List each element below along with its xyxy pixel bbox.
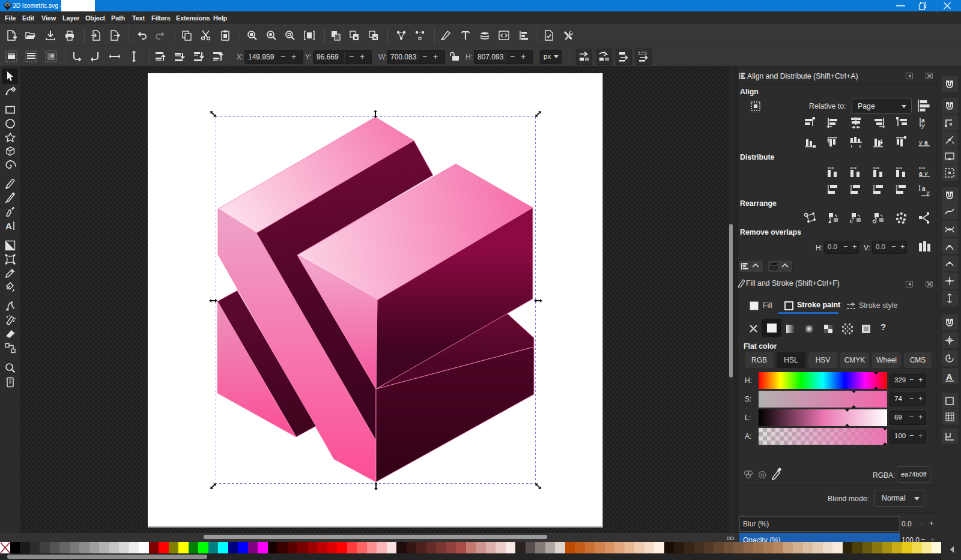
svg-text:a: a: [919, 170, 923, 177]
svg-text:A: A: [946, 372, 953, 382]
svg-text:y: y: [921, 122, 926, 129]
svg-text:a: a: [924, 139, 928, 146]
svg-text:y: y: [926, 189, 930, 196]
svg-text:A: A: [5, 221, 12, 231]
svg-text:a: a: [922, 185, 926, 192]
svg-text:y: y: [918, 139, 923, 146]
svg-text:y: y: [924, 170, 929, 177]
